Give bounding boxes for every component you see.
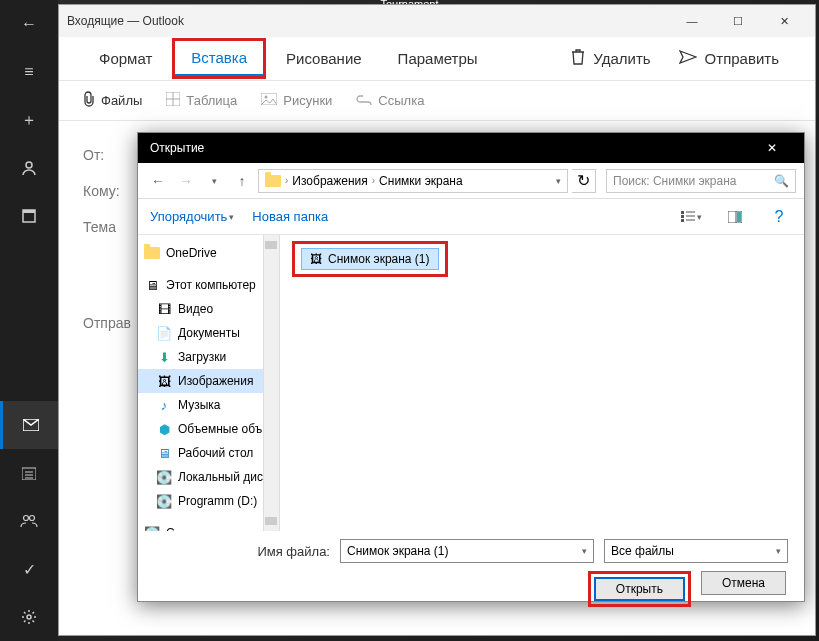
tree-this-pc[interactable]: 🖥 Этот компьютер (138, 273, 279, 297)
dialog-title: Открытие (150, 141, 752, 155)
svg-point-15 (265, 96, 268, 99)
ribbon-tabs: Формат Вставка Рисование Параметры Удали… (59, 37, 815, 81)
file-open-dialog: Открытие ✕ ← → ▾ ↑ › Изображения › Снимк… (137, 132, 805, 602)
tree-documents[interactable]: 📄Документы (138, 321, 279, 345)
tree-programm[interactable]: 💽Programm (D:) (138, 489, 279, 513)
svg-point-8 (24, 516, 29, 521)
tree-music[interactable]: ♪Музыка (138, 393, 279, 417)
dialog-close-button[interactable]: ✕ (752, 133, 792, 163)
tree-3d[interactable]: ⬢Объемные объ (138, 417, 279, 441)
calendar-icon[interactable] (0, 449, 58, 497)
video-icon: 🎞 (156, 301, 172, 317)
organize-button[interactable]: Упорядочить ▾ (150, 209, 234, 224)
trash-icon (571, 49, 585, 68)
nav-forward-button[interactable]: → (174, 169, 198, 193)
search-box[interactable]: Поиск: Снимки экрана 🔍 (606, 169, 796, 193)
path-seg-pictures[interactable]: Изображения (292, 174, 367, 188)
minimize-button[interactable]: — (669, 5, 715, 37)
close-button[interactable]: ✕ (761, 5, 807, 37)
path-seg-screenshots[interactable]: Снимки экрана (379, 174, 463, 188)
svg-point-0 (26, 162, 32, 168)
tree-desktop[interactable]: 🖥Рабочий стол (138, 441, 279, 465)
table-icon (166, 92, 180, 109)
tree-label: Рабочий стол (178, 446, 253, 460)
settings-icon[interactable] (0, 593, 58, 641)
svg-rect-18 (681, 219, 684, 222)
help-button[interactable]: ? (766, 204, 792, 230)
tab-draw[interactable]: Рисование (270, 42, 378, 75)
address-bar[interactable]: › Изображения › Снимки экрана ▾ (258, 169, 568, 193)
dialog-nav: ← → ▾ ↑ › Изображения › Снимки экрана ▾ … (138, 163, 804, 199)
tree-label: Документы (178, 326, 240, 340)
attach-icon (83, 91, 95, 110)
pictures-button[interactable]: Рисунки (261, 93, 332, 108)
nav-back-button[interactable]: ← (146, 169, 170, 193)
files-label: Файлы (101, 93, 142, 108)
nav-up-button[interactable]: ↑ (230, 169, 254, 193)
back-icon[interactable]: ← (0, 0, 58, 48)
mail-icon[interactable] (0, 401, 58, 449)
pc-icon: 🖥 (144, 277, 160, 293)
svg-point-10 (27, 615, 31, 619)
send-icon (679, 50, 697, 67)
tree-local-disk[interactable]: 💽Локальный дис (138, 465, 279, 489)
refresh-button[interactable]: ↻ (572, 169, 596, 193)
tab-insert[interactable]: Вставка (175, 41, 263, 76)
cancel-button[interactable]: Отмена (701, 571, 786, 595)
window-title: Входящие — Outlook (67, 14, 669, 28)
path-dropdown-icon[interactable]: ▾ (556, 176, 561, 186)
to-label: Кому: (83, 183, 125, 199)
disk-icon: 💽 (156, 469, 172, 485)
tree-pictures[interactable]: 🖼Изображения (138, 369, 279, 393)
doc-icon: 📄 (156, 325, 172, 341)
filename-input[interactable]: Снимок экрана (1) ▾ (340, 539, 594, 563)
image-file-icon: 🖼 (310, 252, 322, 266)
person-icon[interactable] (0, 144, 58, 192)
insert-toolbar: Файлы Таблица Рисунки Ссылка (59, 81, 815, 121)
tab-format[interactable]: Формат (83, 42, 168, 75)
plus-icon[interactable]: ＋ (0, 96, 58, 144)
tree-label: Локальный дис (178, 470, 263, 484)
open-highlight: Открыть (588, 571, 691, 607)
filetype-select[interactable]: Все файлы ▾ (604, 539, 788, 563)
filename-row: Имя файла: Снимок экрана (1) ▾ Все файлы… (154, 539, 788, 563)
tree-videos[interactable]: 🎞Видео (138, 297, 279, 321)
todo-icon[interactable]: ✓ (0, 545, 58, 593)
pictures-label: Рисунки (283, 93, 332, 108)
tree-scrollbar[interactable] (263, 235, 279, 531)
folder-tree: OneDrive 🖥 Этот компьютер 🎞Видео 📄Докуме… (138, 235, 280, 531)
nav-recent-button[interactable]: ▾ (202, 169, 226, 193)
link-button[interactable]: Ссылка (356, 93, 424, 108)
window-icon[interactable] (0, 192, 58, 240)
open-button[interactable]: Открыть (594, 577, 685, 601)
menu-icon[interactable]: ≡ (0, 48, 58, 96)
maximize-button[interactable]: ☐ (715, 5, 761, 37)
view-mode-button[interactable]: ▾ (678, 204, 704, 230)
chevron-down-icon: ▾ (582, 546, 587, 556)
delete-label: Удалить (593, 50, 650, 67)
send-button[interactable]: Отправить (667, 42, 791, 75)
tree-label: Объемные объ (178, 422, 262, 436)
tab-params[interactable]: Параметры (382, 42, 494, 75)
new-folder-button[interactable]: Новая папка (252, 209, 328, 224)
people-icon[interactable] (0, 497, 58, 545)
tree-downloads[interactable]: ⬇Загрузки (138, 345, 279, 369)
file-list[interactable]: 🖼 Снимок экрана (1) (280, 235, 804, 531)
table-button[interactable]: Таблица (166, 92, 237, 109)
send-label: Отправить (705, 50, 779, 67)
link-icon (356, 93, 372, 108)
tree-cut[interactable]: 💽С (138, 521, 279, 531)
delete-button[interactable]: Удалить (559, 41, 662, 76)
svg-point-9 (30, 516, 35, 521)
picture-icon (261, 93, 277, 108)
svg-rect-16 (681, 211, 684, 214)
files-button[interactable]: Файлы (83, 91, 142, 110)
preview-pane-button[interactable] (722, 204, 748, 230)
link-label: Ссылка (378, 93, 424, 108)
tree-onedrive[interactable]: OneDrive (138, 241, 279, 265)
file-item-screenshot[interactable]: 🖼 Снимок экрана (1) (301, 248, 439, 270)
picture-icon: 🖼 (156, 373, 172, 389)
app-frame: Tournament ← ≡ ＋ ✓ Входящие — Outlook — … (0, 0, 819, 641)
file-highlight: 🖼 Снимок экрана (1) (292, 241, 448, 277)
left-sidebar: ← ≡ ＋ ✓ (0, 0, 58, 641)
